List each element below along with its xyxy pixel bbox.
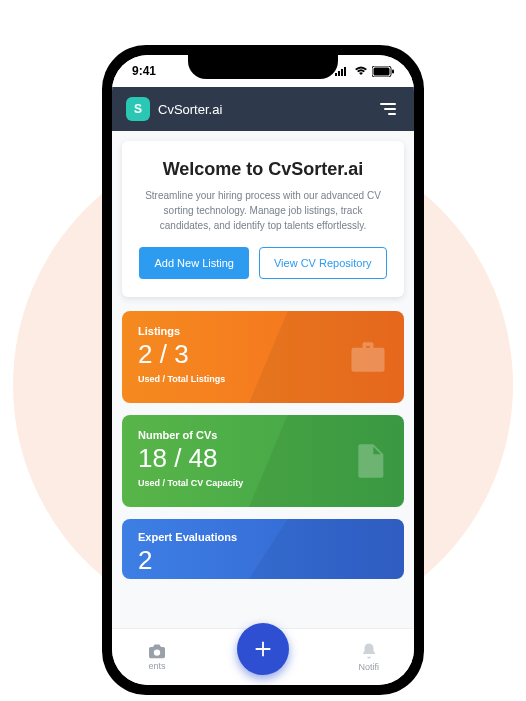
brand[interactable]: S CvSorter.ai xyxy=(126,97,222,121)
menu-icon[interactable] xyxy=(376,99,400,119)
nav-label-right: Notifi xyxy=(359,662,380,672)
evaluations-card[interactable]: Expert Evaluations 2 xyxy=(122,519,404,579)
document-icon xyxy=(350,437,390,485)
cvs-card[interactable]: Number of CVs 18 / 48 Used / Total CV Ca… xyxy=(122,415,404,507)
evaluations-label: Expert Evaluations xyxy=(138,531,388,543)
svg-rect-3 xyxy=(344,67,346,76)
briefcase-icon xyxy=(346,335,390,379)
welcome-buttons: Add New Listing View CV Repository xyxy=(136,247,390,279)
evaluations-value: 2 xyxy=(138,545,388,576)
stage: 9:41 S CvSorter.ai Welcome to CvSorter.a… xyxy=(0,0,526,701)
plus-icon xyxy=(252,638,274,660)
welcome-card: Welcome to CvSorter.ai Streamline your h… xyxy=(122,141,404,297)
wifi-icon xyxy=(354,66,368,76)
nav-label-left: ents xyxy=(148,661,165,671)
welcome-description: Streamline your hiring process with our … xyxy=(136,188,390,233)
status-time: 9:41 xyxy=(132,64,156,78)
fab-add-button[interactable] xyxy=(237,623,289,675)
signal-icon xyxy=(335,66,350,76)
brand-logo-letter: S xyxy=(134,102,142,116)
app-header: S CvSorter.ai xyxy=(112,87,414,131)
nav-item-right[interactable]: Notifi xyxy=(359,642,380,672)
status-bar: 9:41 xyxy=(112,55,414,87)
svg-rect-1 xyxy=(338,71,340,76)
camera-icon xyxy=(147,643,167,659)
add-new-listing-button[interactable]: Add New Listing xyxy=(139,247,249,279)
svg-rect-5 xyxy=(374,67,390,75)
bell-icon xyxy=(360,642,378,660)
phone-frame: 9:41 S CvSorter.ai Welcome to CvSorter.a… xyxy=(102,45,424,695)
svg-rect-0 xyxy=(335,73,337,76)
welcome-title: Welcome to CvSorter.ai xyxy=(136,159,390,180)
nav-item-left[interactable]: ents xyxy=(147,643,167,671)
phone-screen: 9:41 S CvSorter.ai Welcome to CvSorter.a… xyxy=(112,55,414,685)
notch xyxy=(188,55,338,79)
svg-rect-2 xyxy=(341,69,343,76)
battery-icon xyxy=(372,66,394,77)
listings-card[interactable]: Listings 2 / 3 Used / Total Listings xyxy=(122,311,404,403)
main-content: Welcome to CvSorter.ai Streamline your h… xyxy=(112,131,414,671)
brand-name: CvSorter.ai xyxy=(158,102,222,117)
status-icons xyxy=(335,66,394,77)
svg-rect-6 xyxy=(392,69,394,73)
view-cv-repository-button[interactable]: View CV Repository xyxy=(259,247,387,279)
brand-logo: S xyxy=(126,97,150,121)
